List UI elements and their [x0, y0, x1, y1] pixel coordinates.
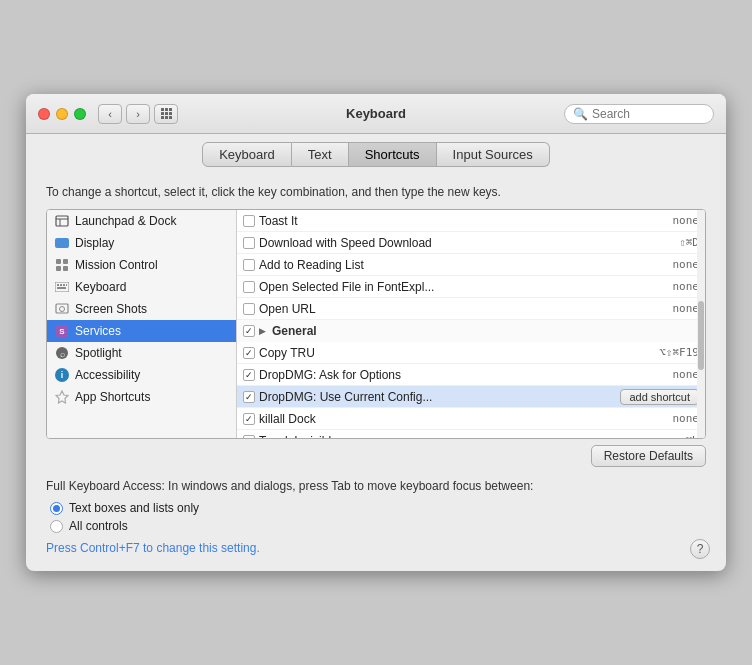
grid-button[interactable]	[154, 104, 178, 124]
svg-rect-4	[63, 259, 68, 264]
svg-text:S: S	[59, 327, 65, 336]
sidebar-item-keyboard[interactable]: Keyboard	[47, 276, 236, 298]
sidebar-item-spotlight[interactable]: ⌕ Spotlight	[47, 342, 236, 364]
shortcut-row-open-url[interactable]: Open URL none	[237, 298, 705, 320]
restore-defaults-row: Restore Defaults	[46, 439, 706, 471]
main-window: ‹ › Keyboard 🔍 Keyboard Text Shortcuts I…	[26, 94, 726, 571]
shortcut-row-dropdmg-ask[interactable]: DropDMG: Ask for Options none	[237, 364, 705, 386]
mission-icon	[55, 258, 69, 272]
shortcut-name-copy-tru: Copy TRU	[259, 346, 655, 360]
shortcut-name-toggleinvisibles: ToggleInvisibles	[259, 434, 682, 439]
maximize-button[interactable]	[74, 108, 86, 120]
shortcut-key-toast: none	[673, 214, 700, 227]
svg-rect-11	[66, 284, 67, 286]
shortcut-name-open-url: Open URL	[259, 302, 669, 316]
sidebar-label-mission: Mission Control	[75, 258, 158, 272]
radio-circle-all-controls[interactable]	[50, 520, 63, 533]
shortcut-row-toast[interactable]: Toast It none	[237, 210, 705, 232]
sidebar-label-screenshots: Screen Shots	[75, 302, 147, 316]
svg-point-14	[60, 307, 65, 312]
shortcut-name-reading-list: Add to Reading List	[259, 258, 669, 272]
shortcut-row-reading-list[interactable]: Add to Reading List none	[237, 254, 705, 276]
checkbox-open-url[interactable]	[243, 303, 255, 315]
sidebar-label-keyboard: Keyboard	[75, 280, 126, 294]
checkbox-speed-download[interactable]	[243, 237, 255, 249]
sidebar-label-spotlight: Spotlight	[75, 346, 122, 360]
hint-text: Press Control+F7 to change this setting.	[46, 541, 706, 555]
svg-rect-12	[57, 287, 66, 289]
sidebar-label-services: Services	[75, 324, 121, 338]
keyboard-icon	[55, 280, 69, 294]
svg-rect-5	[56, 266, 61, 271]
sidebar-item-accessibility[interactable]: i Accessibility	[47, 364, 236, 386]
services-icon: S	[55, 324, 69, 338]
tab-shortcuts[interactable]: Shortcuts	[349, 142, 437, 167]
checkbox-dropdmg-ask[interactable]	[243, 369, 255, 381]
shortcut-row-copy-tru[interactable]: Copy TRU ⌥⇧⌘F19	[237, 342, 705, 364]
shortcut-key-killall: none	[673, 412, 700, 425]
shortcut-row-killall[interactable]: killall Dock none	[237, 408, 705, 430]
svg-rect-3	[56, 259, 61, 264]
checkbox-killall[interactable]	[243, 413, 255, 425]
shortcut-key-copy-tru: ⌥⇧⌘F19	[659, 346, 699, 359]
shortcut-list: Toast It none Download with Speed Downlo…	[237, 210, 705, 438]
shortcut-row-dropdmg-use[interactable]: DropDMG: Use Current Config... add short…	[237, 386, 705, 408]
tab-keyboard[interactable]: Keyboard	[202, 142, 292, 167]
checkbox-general-section[interactable]	[243, 325, 255, 337]
sidebar-item-services[interactable]: S Services	[47, 320, 236, 342]
section-triangle-icon: ▶	[259, 326, 266, 336]
checkbox-dropdmg-use[interactable]	[243, 391, 255, 403]
shortcut-key-fontexpl: none	[673, 280, 700, 293]
svg-rect-8	[57, 284, 59, 286]
svg-rect-9	[60, 284, 62, 286]
tab-input-sources[interactable]: Input Sources	[437, 142, 550, 167]
nav-buttons: ‹ ›	[98, 104, 150, 124]
svg-rect-6	[63, 266, 68, 271]
sidebar-label-launchpad: Launchpad & Dock	[75, 214, 176, 228]
checkbox-toast[interactable]	[243, 215, 255, 227]
keyboard-access-title: Full Keyboard Access: In windows and dia…	[46, 479, 706, 493]
shortcut-key-reading-list: none	[673, 258, 700, 271]
minimize-button[interactable]	[56, 108, 68, 120]
main-area: Launchpad & Dock Display Mission Control	[46, 209, 706, 439]
checkbox-reading-list[interactable]	[243, 259, 255, 271]
shortcut-row-toggleinvisibles[interactable]: ToggleInvisibles ⌘H	[237, 430, 705, 438]
tabs-bar: Keyboard Text Shortcuts Input Sources	[26, 134, 726, 173]
radio-item-all-controls[interactable]: All controls	[50, 519, 706, 533]
search-input[interactable]	[592, 107, 705, 121]
checkbox-copy-tru[interactable]	[243, 347, 255, 359]
shortcut-row-speed-download[interactable]: Download with Speed Download ⇧⌘D	[237, 232, 705, 254]
checkbox-toggleinvisibles[interactable]	[243, 435, 255, 439]
sidebar-label-display: Display	[75, 236, 114, 250]
restore-defaults-button[interactable]: Restore Defaults	[591, 445, 706, 467]
sidebar-item-launchpad[interactable]: Launchpad & Dock	[47, 210, 236, 232]
sidebar-item-screenshots[interactable]: Screen Shots	[47, 298, 236, 320]
close-button[interactable]	[38, 108, 50, 120]
section-header-general[interactable]: ▶ General	[237, 320, 705, 342]
add-shortcut-button[interactable]: add shortcut	[620, 389, 699, 405]
appshortcuts-icon	[55, 390, 69, 404]
screenshots-icon	[55, 302, 69, 316]
forward-button[interactable]: ›	[126, 104, 150, 124]
sidebar-item-display[interactable]: Display	[47, 232, 236, 254]
sidebar-item-appshortcuts[interactable]: App Shortcuts	[47, 386, 236, 408]
launchpad-icon	[55, 214, 69, 228]
shortcut-row-fontexpl[interactable]: Open Selected File in FontExpl... none	[237, 276, 705, 298]
traffic-lights	[38, 108, 86, 120]
checkbox-fontexpl[interactable]	[243, 281, 255, 293]
svg-marker-19	[56, 391, 68, 403]
sidebar-item-mission[interactable]: Mission Control	[47, 254, 236, 276]
scrollbar-thumb[interactable]	[698, 301, 704, 369]
window-title: Keyboard	[346, 106, 406, 121]
search-icon: 🔍	[573, 107, 588, 121]
radio-circle-text-boxes[interactable]	[50, 502, 63, 515]
tab-text[interactable]: Text	[292, 142, 349, 167]
search-box[interactable]: 🔍	[564, 104, 714, 124]
back-button[interactable]: ‹	[98, 104, 122, 124]
accessibility-icon: i	[55, 368, 69, 382]
shortcut-key-open-url: none	[673, 302, 700, 315]
instruction-text: To change a shortcut, select it, click t…	[46, 185, 706, 199]
section-name-general: General	[272, 324, 317, 338]
radio-item-text-boxes[interactable]: Text boxes and lists only	[50, 501, 706, 515]
help-button[interactable]: ?	[690, 539, 710, 559]
